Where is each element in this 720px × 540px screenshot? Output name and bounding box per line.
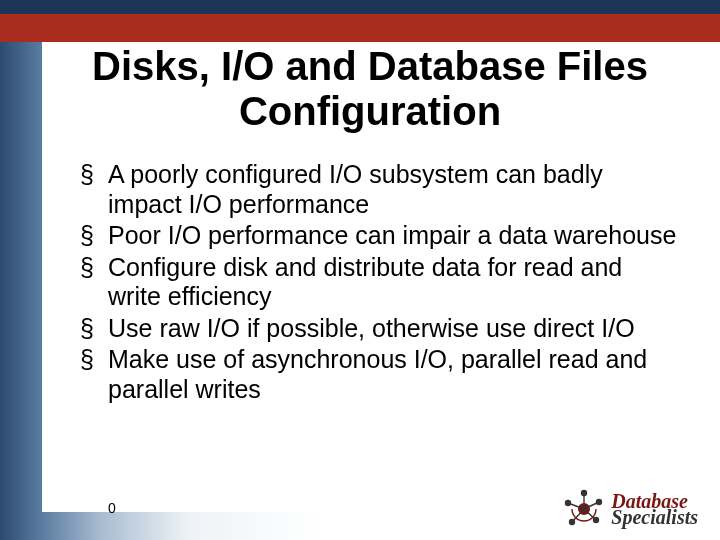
list-item: Configure disk and distribute data for r… [80,253,680,312]
logo-icon [563,488,605,530]
list-item: Poor I/O performance can impair a data w… [80,221,680,251]
list-item: Make use of asynchronous I/O, parallel r… [80,345,680,404]
page-number: 0 [108,500,116,516]
list-item: Use raw I/O if possible, otherwise use d… [80,314,680,344]
slide: Disks, I/O and Database Files Configurat… [0,0,720,540]
logo-text: Database Specialists [611,492,698,526]
bullet-list: A poorly configured I/O subsystem can ba… [80,160,680,404]
list-item: A poorly configured I/O subsystem can ba… [80,160,680,219]
logo-line2: Specialists [611,508,698,526]
body-text: A poorly configured I/O subsystem can ba… [80,160,680,406]
header-bar-red [0,14,720,42]
header-bar-navy [0,0,720,14]
logo: Database Specialists [563,488,698,530]
page-title: Disks, I/O and Database Files Configurat… [52,44,688,134]
